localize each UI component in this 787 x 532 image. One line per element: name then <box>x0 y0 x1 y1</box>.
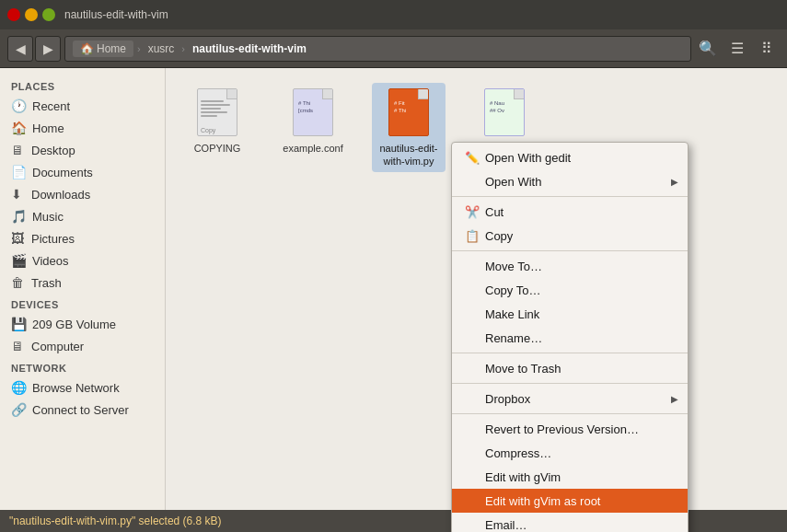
breadcrumb-separator-2: › <box>181 43 185 54</box>
window-title: nautilus-edit-with-vim <box>64 8 168 21</box>
ctx-separator-3 <box>452 353 688 353</box>
hamburger-icon: ☰ <box>731 40 744 57</box>
sidebar-label-downloads: Downloads <box>31 188 90 202</box>
ctx-label-move-to: Move To… <box>485 260 542 273</box>
trash-ctx-icon <box>465 361 480 376</box>
sidebar-item-computer[interactable]: 🖥 Computer <box>0 335 165 357</box>
file-name-copying: COPYING <box>194 142 241 155</box>
doc-shape-py: # Fit # Thi <box>388 88 429 136</box>
ctx-open-with-gedit[interactable]: ✏️ Open With gedit <box>452 145 688 169</box>
file-item-py[interactable]: # Fit # Thi nautilus-edit-with-vim.py <box>372 83 446 172</box>
sidebar-label-computer: Computer <box>31 340 84 353</box>
sidebar-item-browse-network[interactable]: 🌐 Browse Network <box>0 376 165 399</box>
sidebar-item-desktop[interactable]: 🖥 Desktop <box>0 139 165 161</box>
ctx-label-open-with: Open With <box>485 175 541 189</box>
search-button[interactable]: 🔍 <box>695 36 721 62</box>
compress-icon <box>465 445 480 460</box>
gvim-root-icon <box>465 493 480 508</box>
ctx-revert[interactable]: Revert to Previous Version… <box>452 417 688 441</box>
window-controls <box>7 8 55 21</box>
ctx-copy-to[interactable]: Copy To… <box>452 278 688 302</box>
file-icon-py: # Fit # Thi <box>387 87 431 138</box>
ctx-label-copy-to: Copy To… <box>485 283 540 297</box>
ctx-label-rename: Rename… <box>485 331 542 345</box>
breadcrumb-xusrc[interactable]: xusrc <box>145 40 179 57</box>
ctx-move-to[interactable]: Move To… <box>452 254 688 278</box>
close-button[interactable] <box>7 8 20 21</box>
ctx-copy[interactable]: 📋 Copy <box>452 224 688 248</box>
sidebar-item-recent[interactable]: 🕐 Recent <box>0 95 165 117</box>
ctx-email[interactable]: Email… <box>452 513 688 532</box>
ctx-label-revert: Revert to Previous Version… <box>485 422 639 436</box>
sidebar-item-trash[interactable]: 🗑 Trash <box>0 272 165 294</box>
back-button[interactable]: ◀ <box>7 36 33 62</box>
search-icon: 🔍 <box>699 40 717 57</box>
volume-icon: 💾 <box>11 317 27 331</box>
dropbox-icon <box>465 391 480 406</box>
gvim-icon <box>465 469 480 484</box>
ctx-label-edit-gvim-root: Edit with gVim as root <box>485 494 600 508</box>
doc-shape-readme: # Nau ## Ov <box>484 88 525 136</box>
gedit-icon: ✏️ <box>465 150 480 165</box>
ctx-cut[interactable]: ✂️ Cut <box>452 200 688 224</box>
file-item-conf[interactable]: # Thi [cmds example.conf <box>276 83 350 158</box>
places-header: Places <box>0 75 165 95</box>
home-sidebar-icon: 🏠 <box>11 121 27 135</box>
sidebar-label-volume: 209 GB Volume <box>32 318 116 331</box>
maximize-button[interactable] <box>42 8 55 21</box>
ctx-edit-gvim[interactable]: Edit with gVim <box>452 465 688 489</box>
sidebar-item-downloads[interactable]: ⬇ Downloads <box>0 183 165 205</box>
grid-button[interactable]: ⠿ <box>754 36 780 62</box>
toolbar-right: 🔍 ☰ ⠿ <box>695 36 780 62</box>
ctx-separator-2 <box>452 250 688 251</box>
sidebar-item-home[interactable]: 🏠 Home <box>0 117 165 139</box>
sidebar-label-home: Home <box>32 121 64 135</box>
copy-icon: 📋 <box>465 228 480 243</box>
sidebar-item-documents[interactable]: 📄 Documents <box>0 161 165 183</box>
menu-button[interactable]: ☰ <box>724 36 750 62</box>
sidebar-label-videos: Videos <box>32 254 69 268</box>
ctx-dropbox[interactable]: Dropbox <box>452 387 688 411</box>
sidebar-item-volume[interactable]: 💾 209 GB Volume <box>0 313 165 335</box>
move-to-icon <box>465 259 480 273</box>
pictures-icon: 🖼 <box>11 231 26 246</box>
sidebar-label-documents: Documents <box>32 166 93 179</box>
sidebar-item-music[interactable]: 🎵 Music <box>0 205 165 227</box>
documents-icon: 📄 <box>11 165 27 179</box>
sidebar-item-videos[interactable]: 🎬 Videos <box>0 249 165 272</box>
minimize-button[interactable] <box>25 8 38 21</box>
ctx-separator-1 <box>452 196 688 197</box>
ctx-label-move-to-trash: Move to Trash <box>485 362 561 376</box>
ctx-separator-5 <box>452 413 688 414</box>
home-breadcrumb[interactable]: 🏠 Home <box>73 40 133 57</box>
titlebar: nautilus-edit-with-vim <box>0 0 787 29</box>
ctx-move-to-trash[interactable]: Move to Trash <box>452 356 688 380</box>
sidebar-label-browse-network: Browse Network <box>32 381 120 395</box>
forward-button[interactable]: ▶ <box>35 36 61 62</box>
ctx-rename[interactable]: Rename… <box>452 326 688 350</box>
ctx-label-cut: Cut <box>485 205 503 219</box>
sidebar: Places 🕐 Recent 🏠 Home 🖥 Desktop 📄 Docum… <box>0 68 166 510</box>
ctx-label-open-with-gedit: Open With gedit <box>485 151 571 165</box>
sidebar-item-pictures[interactable]: 🖼 Pictures <box>0 227 165 249</box>
file-item-copying[interactable]: Copy COPYING <box>180 83 254 158</box>
ctx-label-dropbox: Dropbox <box>485 392 530 406</box>
location-bar: 🏠 Home › xusrc › nautilus-edit-with-vim <box>64 36 691 62</box>
home-label: Home <box>97 42 126 55</box>
breadcrumb-current[interactable]: nautilus-edit-with-vim <box>189 40 310 57</box>
copy-to-icon <box>465 283 480 297</box>
sidebar-item-connect-server[interactable]: 🔗 Connect to Server <box>0 399 165 421</box>
context-menu: ✏️ Open With gedit Open With ✂️ Cut 📋 Co… <box>451 142 689 532</box>
connect-server-icon: 🔗 <box>11 402 27 417</box>
breadcrumb-separator-1: › <box>137 43 141 54</box>
ctx-open-with[interactable]: Open With <box>452 169 688 193</box>
make-link-icon <box>465 306 480 321</box>
grid-icon: ⠿ <box>761 40 772 57</box>
sidebar-label-pictures: Pictures <box>31 232 75 246</box>
doc-lines <box>201 100 234 119</box>
ctx-edit-gvim-root[interactable]: Edit with gVim as root <box>452 489 688 513</box>
ctx-make-link[interactable]: Make Link <box>452 302 688 326</box>
ctx-compress[interactable]: Compress… <box>452 441 688 465</box>
downloads-icon: ⬇ <box>11 187 26 202</box>
ctx-label-edit-gvim: Edit with gVim <box>485 470 561 484</box>
